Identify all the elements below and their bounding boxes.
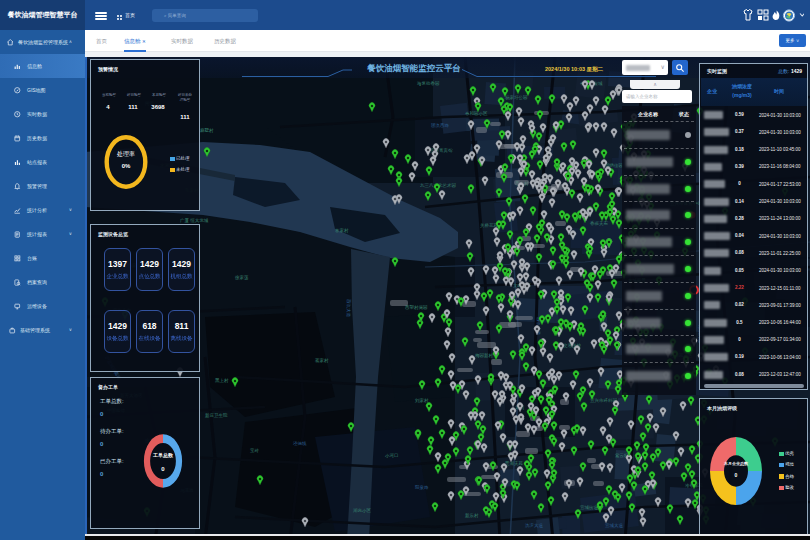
svg-text:泾德线: 泾德线 bbox=[293, 441, 307, 446]
svg-text:湖光小区: 湖光小区 bbox=[353, 507, 372, 513]
svg-text:春和园小区: 春和园小区 bbox=[465, 110, 488, 116]
svg-text:宜城大道: 宜城大道 bbox=[605, 523, 624, 528]
svg-text:杨家圩公园: 杨家圩公园 bbox=[505, 95, 528, 100]
svg-text:香班天石: 香班天石 bbox=[590, 220, 609, 226]
svg-text:景湖天苑: 景湖天苑 bbox=[504, 461, 524, 466]
svg-text:新庄卫生院: 新庄卫生院 bbox=[205, 412, 228, 418]
svg-text:阳泉路: 阳泉路 bbox=[415, 485, 429, 490]
svg-text:关桥花苑: 关桥花苑 bbox=[480, 223, 499, 228]
svg-text:海复幼香园: 海复幼香园 bbox=[417, 80, 440, 86]
svg-text:氿滨大道: 氿滨大道 bbox=[525, 523, 544, 528]
svg-text:西望村俪园: 西望村俪园 bbox=[405, 304, 428, 311]
svg-text:团氿西路: 团氿西路 bbox=[431, 122, 450, 128]
svg-text:宝玲: 宝玲 bbox=[250, 448, 260, 453]
svg-text:西氿大道: 西氿大道 bbox=[346, 299, 352, 318]
svg-text:宜兴市环科园: 宜兴市环科园 bbox=[590, 397, 617, 403]
svg-text:小河口: 小河口 bbox=[385, 453, 399, 458]
